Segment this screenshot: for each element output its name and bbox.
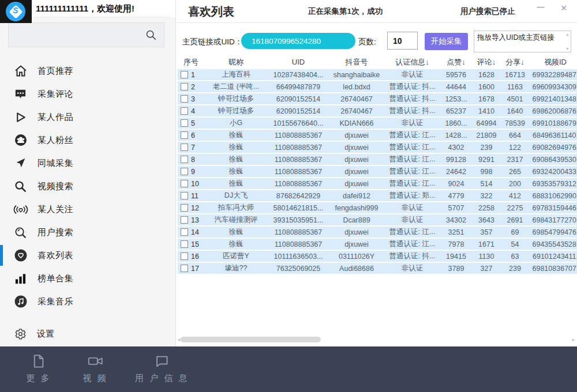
table-row[interactable]: 12拍车冯大师58014621815...fengdashi999非认证5707… xyxy=(178,202,577,213)
cell-video-id: 69810836707. xyxy=(529,265,577,273)
cell-no: 8 xyxy=(178,156,204,164)
table-row[interactable]: 9徐巍110808885367djxuwei普通认证: 江...24642998… xyxy=(178,166,577,177)
user-greeting: 111111111111，欢迎使用! xyxy=(36,3,134,14)
gear-icon xyxy=(14,327,27,341)
column-header-nickname[interactable]: 昵称 xyxy=(204,55,268,69)
row-checkbox[interactable] xyxy=(181,71,188,78)
row-checkbox[interactable] xyxy=(181,240,188,248)
cell-shares: 4501 xyxy=(501,95,529,103)
cell-douyin-id: djxuwei xyxy=(329,180,384,188)
cell-shares: 16713 xyxy=(501,71,529,79)
table-row[interactable]: 5小G10155676640...KDIAN666非认证1860...64994… xyxy=(178,118,577,129)
table-row[interactable]: 16匹诺曹Y10111636503...03111026Y普通认证: 抖...1… xyxy=(178,251,577,262)
sidebar-item-settings[interactable]: 设置 xyxy=(0,323,175,344)
table-row[interactable]: 15徐巍110808885367djxuwei普通认证: 江...7978167… xyxy=(178,239,577,250)
column-header-video-id[interactable]: 视频ID xyxy=(529,55,577,69)
row-checkbox[interactable] xyxy=(181,168,188,175)
cell-comments: 1130 xyxy=(472,252,501,261)
scroll-down-icon[interactable]: ▼ xyxy=(565,47,569,51)
sidebar-item-like-list[interactable]: 喜欢列表 xyxy=(0,244,175,267)
cell-comments: 357 xyxy=(472,228,501,236)
row-checkbox[interactable] xyxy=(181,83,188,91)
cell-shares: 1163 xyxy=(501,83,529,91)
row-checkbox[interactable] xyxy=(181,216,188,224)
sidebar-item-rank-collection[interactable]: 榜单合集 xyxy=(0,267,175,290)
row-checkbox[interactable] xyxy=(181,228,188,236)
file-icon xyxy=(31,353,47,370)
row-checkbox[interactable] xyxy=(181,204,188,212)
sidebar-item-user-follows[interactable]: 某人关注 xyxy=(0,198,175,221)
row-checkbox[interactable] xyxy=(181,144,188,151)
cell-likes: 1860... xyxy=(440,119,472,127)
row-number: 11 xyxy=(191,192,198,200)
table-row[interactable]: 6徐巍110808885367djxuwei普通认证: 江...1428...2… xyxy=(178,130,577,141)
table-row[interactable]: 8徐巍110808885367djxuwei普通认证: 江...99128929… xyxy=(178,154,577,165)
table-row[interactable]: 13汽车碰撞测评39315035951...Dcar889非认证34302364… xyxy=(178,214,577,225)
cell-uid: 10155676640... xyxy=(268,119,329,127)
row-checkbox[interactable] xyxy=(181,156,188,163)
row-checkbox[interactable] xyxy=(181,95,188,103)
row-checkbox[interactable] xyxy=(181,180,188,187)
scroll-right-icon[interactable]: ► xyxy=(571,337,576,342)
uid-input[interactable] xyxy=(241,33,355,49)
table-body: 1上海百科10287438404...shanghaibaike非认证59576… xyxy=(178,69,577,274)
scrollbar-thumb[interactable] xyxy=(181,337,321,342)
row-checkbox[interactable] xyxy=(181,252,188,260)
play-icon xyxy=(13,110,28,125)
table-row[interactable]: 7徐巍110808885367djxuwei普通认证: 江...43022391… xyxy=(178,142,577,153)
table-row[interactable]: 1上海百科10287438404...shanghaibaike非认证59576… xyxy=(178,69,577,80)
uid-dropzone[interactable]: 拖放导入UID或主页链接 ▲ ▼ xyxy=(474,31,571,52)
cell-uid: 110808885367 xyxy=(268,156,329,164)
cell-shares: 1640 xyxy=(501,107,529,115)
sidebar-item-home[interactable]: 首页推荐 xyxy=(0,59,175,82)
table-row[interactable]: 3钟哥过场多6209015251426740467普通认证: 抖...1253.… xyxy=(178,93,577,104)
column-header-comments[interactable]: 评论↓ xyxy=(472,55,501,69)
close-button[interactable]: ✕ xyxy=(557,3,570,16)
row-checkbox[interactable] xyxy=(181,107,188,115)
sidebar-item-user-fans[interactable]: 某人粉丝 xyxy=(0,129,175,152)
table-row[interactable]: 10徐巍110808885367djxuwei普通认证: 江...9024514… xyxy=(178,178,577,189)
music-circle-icon xyxy=(13,294,28,310)
table-row[interactable]: 4钟哥过场多6209015251426740467普通认证: 抖...65237… xyxy=(178,105,577,116)
column-header-no[interactable]: 序号 xyxy=(178,55,204,69)
sidebar-item-collect-comments[interactable]: 采集评论 xyxy=(0,82,175,105)
sidebar-item-label: 用户搜索 xyxy=(38,227,73,238)
horizontal-scrollbar[interactable]: ◄ ► xyxy=(177,336,576,344)
search-icon[interactable] xyxy=(145,29,158,42)
column-header-uid[interactable]: UID xyxy=(268,55,329,69)
sidebar-item-user-search[interactable]: 用户搜索 xyxy=(0,221,175,244)
row-checkbox[interactable] xyxy=(181,131,188,139)
start-collect-button[interactable]: 开始采集 xyxy=(425,33,468,50)
toolbar-item-video[interactable]: 视 频 xyxy=(78,353,112,384)
table-row[interactable]: 2老二道 (半吨...66499487879led.bdxd普通认证: 抖...… xyxy=(178,81,577,92)
toolbar-item-more[interactable]: 更 多 xyxy=(22,353,55,384)
row-checkbox[interactable] xyxy=(181,192,188,199)
column-header-shares[interactable]: 分享↓ xyxy=(501,55,529,69)
toolbar-item-user-info[interactable]: 用 户 信 息 xyxy=(135,353,189,384)
sidebar-item-label: 采集音乐 xyxy=(38,296,73,307)
sidebar-item-collect-music[interactable]: 采集音乐 xyxy=(0,290,175,313)
column-header-cert[interactable]: 认证信息↓ xyxy=(384,55,440,69)
column-header-likes[interactable]: 点赞↓ xyxy=(440,55,472,69)
sidebar-item-user-works[interactable]: 某人作品 xyxy=(0,105,175,129)
column-header-douyin-id[interactable]: 抖音号 xyxy=(329,55,384,69)
sidebar-item-city-collect[interactable]: 同城采集 xyxy=(0,152,175,175)
cell-shares: 63 xyxy=(501,252,529,261)
cell-comments: 21809 xyxy=(472,131,501,140)
sidebar-search-input[interactable] xyxy=(8,22,164,47)
sidebar-item-label: 视频搜索 xyxy=(38,181,73,192)
row-number: 9 xyxy=(191,168,195,176)
cell-no: 14 xyxy=(178,228,204,236)
pages-input[interactable] xyxy=(387,32,418,50)
sidebar-item-label: 喜欢列表 xyxy=(38,250,73,261)
table-row[interactable]: 14徐巍110808885367djxuwei普通认证: 江...3251357… xyxy=(178,227,577,238)
row-checkbox[interactable] xyxy=(181,119,188,127)
table-row[interactable]: 11DJ大飞87682642929dafei912普通认证: 郑...47793… xyxy=(178,190,577,201)
sidebar-item-video-search[interactable]: 视频搜索 xyxy=(0,175,175,198)
sidebar-item-label: 榜单合集 xyxy=(38,273,73,284)
row-checkbox[interactable] xyxy=(181,265,188,272)
table-row[interactable]: 17壕迪??76325069025Audi68686非认证37893272396… xyxy=(178,263,577,274)
minimize-button[interactable]: — xyxy=(534,2,547,15)
cell-video-id: 69783159446. xyxy=(529,204,577,212)
scroll-up-icon[interactable]: ▲ xyxy=(565,32,569,36)
